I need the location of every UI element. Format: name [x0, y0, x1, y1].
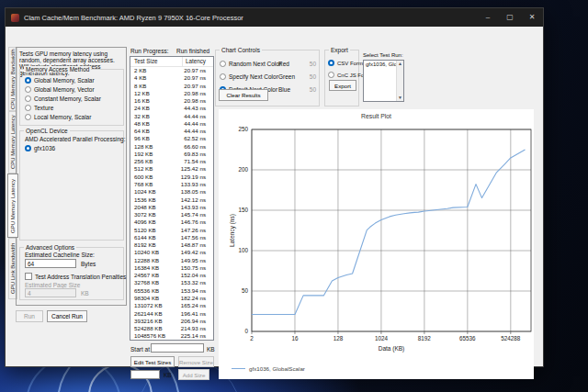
export-button[interactable]: Export	[329, 80, 356, 91]
listbox-scrollbar[interactable]: ▲ ▼	[396, 61, 403, 101]
advanced-options-label: Advanced Options	[24, 244, 76, 251]
radio-memory-global-memory-vector[interactable]: Global Memory, Vector	[25, 84, 121, 94]
table-row[interactable]: 1536 KB142.12 ns	[130, 196, 213, 204]
cacheline-size-input[interactable]: 64	[25, 259, 76, 268]
table-row[interactable]: 96 KB62.52 ns	[130, 135, 213, 142]
select-test-run-label: Select Test Run:	[363, 52, 403, 58]
svg-text:250: 250	[238, 126, 248, 132]
cell-latency: 44.44 ns	[182, 113, 213, 120]
clear-results-button[interactable]: Clear Results	[219, 89, 268, 101]
opencl-device-label: OpenCL Device	[24, 128, 70, 134]
table-row[interactable]: 192 KB69.83 ns	[130, 151, 213, 158]
titlebar[interactable]: Clam Cache/Mem Benchmark: AMD Ryzen 9 79…	[6, 8, 543, 27]
cell-test-size: 24567 KB	[130, 272, 181, 279]
table-row[interactable]: 10240 KB149.42 ns	[130, 249, 213, 256]
table-row[interactable]: 1024 KB138.05 ns	[130, 188, 213, 196]
table-row[interactable]: 24 KB44.43 ns	[130, 105, 213, 112]
column-test-size[interactable]: Test Size	[130, 57, 183, 66]
cell-latency: 20.97 ns	[182, 83, 213, 90]
table-row[interactable]: 131072 KB165.24 ns	[130, 302, 213, 309]
radio-label: Constant Memory, Scalar	[34, 95, 101, 102]
radio-label: Global Memory, Vector	[34, 86, 95, 93]
table-row[interactable]: 768 KB133.93 ns	[130, 181, 213, 188]
table-row[interactable]: 65536 KB153.94 ns	[130, 287, 213, 295]
memory-access-label: Memory Access Method	[24, 66, 91, 73]
table-row[interactable]: 16 KB20.98 ns	[130, 97, 213, 105]
color-field-label: Red	[278, 61, 289, 67]
address-translation-label: Test Address Translation Penalties	[35, 274, 126, 280]
table-row[interactable]: 2 KB20.97 ns	[130, 67, 213, 74]
cancel-run-button[interactable]: Cancel Run	[47, 310, 87, 322]
radio-memory-texture[interactable]: Texture	[25, 103, 121, 112]
export-label: Export	[329, 47, 350, 53]
table-row[interactable]: 512 KB125.42 ns	[130, 165, 213, 173]
add-size-input[interactable]	[130, 370, 160, 379]
cell-test-size: 12 KB	[130, 90, 182, 97]
table-row[interactable]: 524288 KB214.93 ns	[130, 325, 213, 332]
cell-test-size: 256 KB	[130, 158, 182, 165]
table-row[interactable]: 32768 KB153.32 ns	[130, 279, 213, 286]
cell-latency: 206.94 ns	[181, 318, 213, 325]
color-field-blue: Blue50	[278, 83, 316, 95]
table-row[interactable]: 4096 KB146.76 ns	[130, 218, 213, 226]
cell-test-size: 2048 KB	[130, 204, 181, 211]
maximize-button[interactable]: ▢	[499, 8, 521, 27]
table-row[interactable]: 24567 KB152.04 ns	[130, 272, 213, 279]
color-field-value: 50	[310, 61, 316, 67]
radio-memory-local-memory-scalar[interactable]: Local Memory, Scalar	[25, 112, 121, 121]
cell-latency: 225.14 ns	[181, 332, 213, 340]
app-icon	[11, 14, 19, 22]
scroll-up-icon[interactable]: ▲	[397, 61, 403, 67]
column-latency[interactable]: Latency	[183, 57, 213, 66]
table-row[interactable]: 32 KB44.44 ns	[130, 113, 213, 120]
table-row[interactable]: 8192 KB148.87 ns	[130, 241, 213, 249]
table-row[interactable]: 16384 KB150.75 ns	[130, 264, 213, 272]
start-at-input[interactable]	[151, 343, 204, 353]
radio-memory-constant-memory-scalar[interactable]: Constant Memory, Scalar	[25, 94, 121, 103]
scroll-down-icon[interactable]: ▼	[397, 95, 403, 101]
close-button[interactable]: ✕	[521, 8, 543, 27]
table-row[interactable]: 12288 KB149.95 ns	[130, 257, 213, 264]
minimize-button[interactable]: –	[477, 8, 499, 27]
svg-text:1024: 1024	[375, 335, 389, 342]
tab-gpu-memory-latency[interactable]: GPU Memory Latency	[7, 174, 18, 238]
edit-test-sizes-button[interactable]: Edit Test Sizes	[130, 356, 175, 367]
radio-device-gfx1036[interactable]: gfx1036	[25, 143, 121, 152]
table-row[interactable]: 48 KB44.44 ns	[130, 120, 213, 128]
table-row[interactable]: 256 KB71.54 ns	[130, 158, 213, 165]
chart-legend: gfx1036, GlobalScalar	[232, 365, 305, 372]
cell-test-size: 600 KB	[130, 174, 181, 181]
cell-test-size: 512 KB	[130, 165, 181, 173]
table-row[interactable]: 64 KB44.44 ns	[130, 128, 213, 135]
address-translation-checkbox[interactable]: Test Address Translation Penalties	[25, 272, 126, 281]
add-size-unit-label: KB	[164, 372, 172, 378]
radio-color-mode-random-next-color[interactable]: Random Next Color	[220, 57, 280, 70]
svg-text:8192: 8192	[418, 335, 432, 342]
table-row[interactable]: 262144 KB196.41 ns	[130, 310, 213, 318]
table-row[interactable]: 5120 KB147.26 ns	[130, 227, 213, 234]
radio-icon	[25, 145, 31, 151]
radio-label: Specify Next Color	[229, 73, 278, 80]
radio-memory-global-memory-scalar[interactable]: Global Memory, Scalar	[25, 75, 121, 84]
table-row[interactable]: 8 KB20.97 ns	[130, 83, 213, 90]
table-row[interactable]: 1048576 KB225.14 ns	[130, 332, 213, 340]
table-row[interactable]: 393216 KB206.94 ns	[130, 318, 213, 325]
test-run-listbox[interactable]: gfx1036, GlobalScalar ▲ ▼	[363, 60, 404, 102]
table-row[interactable]: 6144 KB147.56 ns	[130, 234, 213, 241]
svg-text:100: 100	[238, 247, 248, 253]
radio-color-mode-specify-next-color[interactable]: Specify Next Color	[220, 70, 280, 83]
cell-latency: 147.56 ns	[181, 234, 213, 241]
cell-test-size: 65536 KB	[130, 287, 181, 295]
table-row[interactable]: 128 KB66.60 ns	[130, 143, 213, 151]
table-row[interactable]: 12 KB20.98 ns	[130, 90, 213, 97]
table-row[interactable]: 4 KB20.97 ns	[130, 74, 213, 82]
radio-icon	[25, 114, 31, 120]
table-row[interactable]: 600 KB129.19 ns	[130, 174, 213, 181]
results-listview[interactable]: Test Size Latency 2 KB20.97 ns4 KB20.97 …	[130, 56, 214, 341]
cell-test-size: 4096 KB	[130, 218, 181, 226]
table-row[interactable]: 98304 KB182.24 ns	[130, 295, 213, 302]
table-row[interactable]: 2048 KB143.93 ns	[130, 204, 213, 211]
table-row[interactable]: 3072 KB145.74 ns	[130, 211, 213, 218]
page-size-unit-label: KB	[81, 290, 89, 297]
radio-label: Local Memory, Scalar	[34, 114, 91, 120]
